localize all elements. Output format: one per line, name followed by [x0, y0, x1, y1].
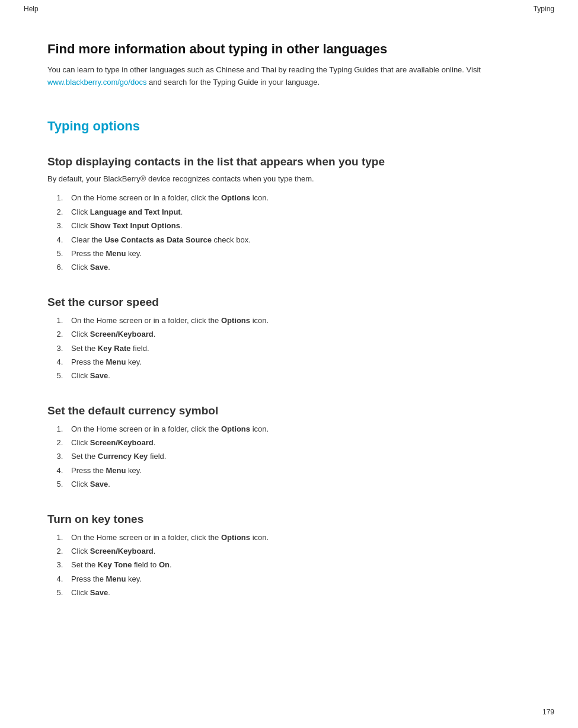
list-item: Click Language and Text Input. — [65, 205, 531, 219]
list-item: Click Save. — [65, 369, 531, 382]
bold-text: Save — [90, 588, 108, 597]
bold-text: On — [159, 560, 170, 569]
bold-text: Options — [221, 533, 250, 542]
bold-text: Currency Key — [98, 452, 148, 461]
bold-text: Save — [90, 480, 108, 488]
stop-displaying-intro: By default, your BlackBerry® device reco… — [47, 173, 531, 186]
list-item: Click Save. — [65, 477, 531, 491]
bold-text: Language and Text Input — [90, 207, 181, 216]
key-tones-steps: On the Home screen or in a folder, click… — [65, 531, 531, 600]
list-item: Press the Menu key. — [65, 247, 531, 260]
bold-text: Screen/Keyboard — [90, 330, 154, 339]
bold-text: Menu — [106, 466, 126, 475]
stop-displaying-steps: On the Home screen or in a folder, click… — [65, 191, 531, 274]
bold-text: Menu — [106, 249, 126, 258]
blackberry-link[interactable]: www.blackberry.com/go/docs — [47, 78, 146, 87]
list-item: Set the Currency Key field. — [65, 449, 531, 463]
bold-text: Save — [90, 371, 108, 380]
list-item: Press the Menu key. — [65, 464, 531, 477]
default-currency-section: Set the default currency symbol On the H… — [47, 404, 531, 491]
key-tones-heading: Turn on key tones — [47, 513, 531, 526]
list-item: Set the Key Rate field. — [65, 341, 531, 355]
main-content: Find more information about typing in ot… — [0, 18, 578, 657]
typing-options-section: Typing options — [47, 119, 531, 134]
list-item: Set the Key Tone field to On. — [65, 558, 531, 571]
find-more-body-text: You can learn to type in other languages… — [47, 65, 481, 74]
list-item: On the Home screen or in a folder, click… — [65, 531, 531, 544]
list-item: Click Screen/Keyboard. — [65, 327, 531, 341]
list-item: Clear the Use Contacts as Data Source ch… — [65, 233, 531, 247]
list-item: Click Save. — [65, 260, 531, 274]
page-footer: 179 — [542, 708, 554, 716]
default-currency-heading: Set the default currency symbol — [47, 404, 531, 417]
cursor-speed-steps: On the Home screen or in a folder, click… — [65, 314, 531, 383]
bold-text: Options — [221, 193, 250, 202]
list-item: On the Home screen or in a folder, click… — [65, 422, 531, 436]
bold-text: Show Text Input Options — [90, 221, 180, 230]
cursor-speed-section: Set the cursor speed On the Home screen … — [47, 296, 531, 383]
key-tones-section: Turn on key tones On the Home screen or … — [47, 513, 531, 600]
header-left: Help — [24, 5, 39, 13]
default-currency-steps: On the Home screen or in a folder, click… — [65, 422, 531, 491]
find-more-body-after: and search for the Typing Guide in your … — [149, 78, 320, 87]
stop-displaying-heading: Stop displaying contacts in the list tha… — [47, 155, 531, 168]
find-more-heading: Find more information about typing in ot… — [47, 41, 531, 57]
bold-text: Use Contacts as Data Source — [104, 235, 212, 244]
cursor-speed-heading: Set the cursor speed — [47, 296, 531, 309]
list-item: On the Home screen or in a folder, click… — [65, 314, 531, 327]
page-number: 179 — [542, 708, 554, 716]
bold-text: Options — [221, 424, 250, 433]
bold-text: Options — [221, 316, 250, 325]
list-item: Click Save. — [65, 586, 531, 599]
header-right: Typing — [534, 5, 554, 13]
list-item: On the Home screen or in a folder, click… — [65, 191, 531, 205]
page-header: Help Typing — [0, 0, 578, 18]
bold-text: Key Tone — [98, 560, 132, 569]
typing-options-heading: Typing options — [47, 119, 531, 134]
list-item: Press the Menu key. — [65, 355, 531, 369]
list-item: Press the Menu key. — [65, 572, 531, 586]
bold-text: Key Rate — [98, 344, 131, 353]
list-item: Click Show Text Input Options. — [65, 219, 531, 232]
bold-text: Screen/Keyboard — [90, 438, 154, 447]
stop-displaying-section: Stop displaying contacts in the list tha… — [47, 155, 531, 274]
list-item: Click Screen/Keyboard. — [65, 544, 531, 558]
bold-text: Save — [90, 263, 108, 272]
bold-text: Screen/Keyboard — [90, 547, 154, 555]
find-more-body: You can learn to type in other languages… — [47, 64, 531, 89]
bold-text: Menu — [106, 357, 126, 366]
list-item: Click Screen/Keyboard. — [65, 436, 531, 449]
bold-text: Menu — [106, 574, 126, 583]
find-more-section: Find more information about typing in ot… — [47, 41, 531, 89]
